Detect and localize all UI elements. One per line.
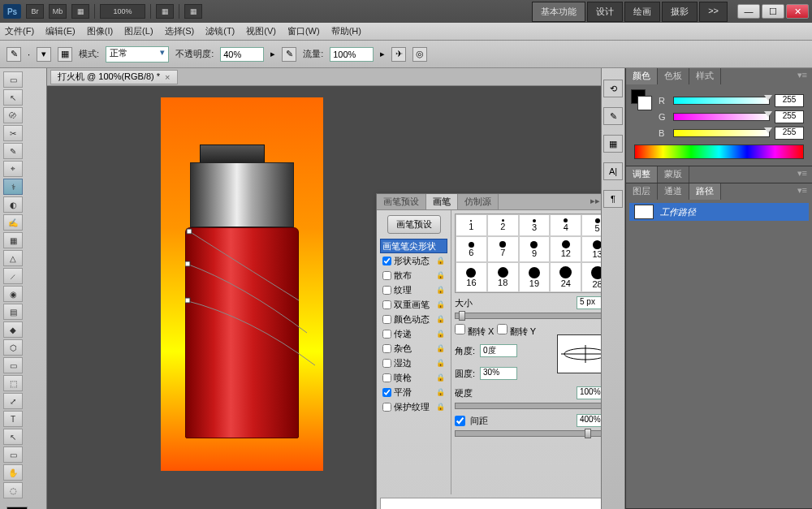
swatches-icon[interactable]: ▦ bbox=[603, 135, 623, 153]
brush-option-7[interactable]: 杂色🔒 bbox=[380, 341, 447, 356]
angle-preview[interactable] bbox=[557, 334, 601, 373]
zoom-level[interactable]: 100% bbox=[100, 4, 145, 19]
tool-4[interactable]: ✎ bbox=[3, 143, 23, 159]
brush-tool-icon[interactable]: ✎ bbox=[6, 47, 21, 62]
tab-clone-source[interactable]: 仿制源 bbox=[458, 194, 499, 209]
blend-mode-select[interactable]: 正常 bbox=[106, 46, 169, 63]
brush-tip[interactable]: 5 bbox=[581, 214, 601, 236]
menu-view[interactable]: 视图(V) bbox=[246, 25, 276, 37]
menu-window[interactable]: 窗口(W) bbox=[287, 25, 320, 37]
flip-x-checkbox[interactable] bbox=[455, 324, 465, 334]
tab-adjustments[interactable]: 调整 bbox=[626, 166, 658, 183]
menu-edit[interactable]: 编辑(E) bbox=[45, 25, 76, 37]
brush-option-9[interactable]: 喷枪🔒 bbox=[380, 370, 447, 385]
tab-paths[interactable]: 路径 bbox=[689, 183, 721, 200]
flip-y-checkbox[interactable] bbox=[497, 324, 508, 334]
brush-icon[interactable]: ✎ bbox=[603, 107, 623, 125]
flow-input[interactable]: 100% bbox=[330, 47, 374, 62]
tool-3[interactable]: ✂ bbox=[3, 125, 23, 141]
brush-tip-grid[interactable]: 1234567912131618192428 bbox=[455, 214, 601, 293]
brush-option-11[interactable]: 保护纹理🔒 bbox=[380, 399, 447, 414]
tool-13[interactable]: ▤ bbox=[3, 304, 23, 320]
tool-19[interactable]: T bbox=[3, 411, 23, 427]
color-spectrum[interactable] bbox=[634, 145, 804, 159]
close-tab-icon[interactable]: × bbox=[165, 72, 170, 82]
tab-styles[interactable]: 样式 bbox=[689, 68, 721, 84]
workspace-tab-photo[interactable]: 摄影 bbox=[662, 2, 698, 22]
brush-option-6[interactable]: 传递🔒 bbox=[380, 326, 447, 341]
brush-preset-button[interactable]: 画笔预设 bbox=[387, 215, 441, 234]
maximize-button[interactable]: ☐ bbox=[762, 4, 784, 19]
brush-tip[interactable]: 9 bbox=[519, 236, 551, 262]
path-item[interactable]: 工作路径 bbox=[629, 203, 809, 221]
panel-menu-icon[interactable]: ▸▸ ▾≡ bbox=[585, 194, 601, 209]
tab-swatches[interactable]: 色板 bbox=[658, 68, 689, 84]
hardness-input[interactable]: 100% bbox=[577, 386, 601, 399]
menu-layer[interactable]: 图层(L) bbox=[124, 25, 153, 37]
airbrush-icon[interactable]: ✈ bbox=[391, 47, 406, 62]
brush-option-5[interactable]: 颜色动态🔒 bbox=[380, 312, 447, 326]
tool-0[interactable]: ▭ bbox=[3, 71, 23, 88]
brush-tip[interactable]: 4 bbox=[550, 214, 581, 236]
tool-18[interactable]: ⤢ bbox=[3, 393, 23, 409]
tool-2[interactable]: 〄 bbox=[3, 107, 23, 123]
view-grid-icon[interactable]: ▦ bbox=[71, 4, 89, 19]
tab-masks[interactable]: 蒙版 bbox=[658, 166, 689, 183]
close-button[interactable]: ✕ bbox=[786, 4, 809, 19]
canvas[interactable]: 画笔预设 画笔 仿制源 ▸▸ ▾≡ 画笔预设 画笔笔尖形状 形状动态🔒 散布🔒 … bbox=[47, 86, 601, 509]
workspace-more[interactable]: >> bbox=[699, 2, 728, 22]
tool-11[interactable]: ⟋ bbox=[3, 268, 23, 284]
brush-tip[interactable]: 24 bbox=[550, 262, 581, 292]
spacing-input[interactable]: 400% bbox=[577, 414, 601, 427]
workspace-tab-essentials[interactable]: 基本功能 bbox=[532, 2, 585, 22]
panel-menu-icon[interactable]: ▾≡ bbox=[793, 68, 812, 84]
brush-tip[interactable]: 19 bbox=[519, 262, 551, 292]
arrange-icon[interactable]: ▦ bbox=[156, 4, 174, 19]
brush-tip[interactable]: 16 bbox=[456, 262, 487, 292]
tablet-size-icon[interactable]: ◎ bbox=[412, 47, 427, 62]
menu-help[interactable]: 帮助(H) bbox=[331, 25, 361, 37]
menu-file[interactable]: 文件(F) bbox=[5, 25, 34, 37]
tool-6[interactable]: ⚕ bbox=[3, 179, 23, 195]
brush-tip[interactable]: 13 bbox=[581, 236, 601, 262]
size-input[interactable]: 5 px bbox=[577, 296, 601, 309]
brush-tip[interactable]: 6 bbox=[456, 236, 487, 262]
tool-10[interactable]: △ bbox=[3, 250, 23, 266]
tab-layers[interactable]: 图层 bbox=[626, 183, 658, 200]
opacity-input[interactable]: 40% bbox=[220, 47, 264, 62]
paragraph-icon[interactable]: ¶ bbox=[603, 190, 623, 208]
brush-tip[interactable]: 3 bbox=[519, 214, 551, 236]
tool-23[interactable]: ◌ bbox=[3, 482, 23, 498]
spacing-slider[interactable] bbox=[455, 430, 601, 437]
roundness-input[interactable]: 30% bbox=[480, 367, 517, 380]
brush-tip[interactable]: 7 bbox=[487, 236, 519, 262]
brush-option-0[interactable]: 画笔笔尖形状 bbox=[380, 239, 447, 253]
history-icon[interactable]: ⟲ bbox=[603, 80, 623, 97]
brush-option-3[interactable]: 纹理🔒 bbox=[380, 283, 447, 297]
document-tab[interactable]: 打火机 @ 100%(RGB/8) * × bbox=[50, 70, 178, 84]
size-slider[interactable] bbox=[455, 313, 601, 319]
screen-mode-icon[interactable]: ▦ bbox=[184, 4, 202, 19]
mb-icon[interactable]: Mb bbox=[49, 4, 67, 19]
tool-7[interactable]: ◐ bbox=[3, 196, 23, 213]
tool-8[interactable]: ✍ bbox=[3, 214, 23, 231]
panel-menu-icon[interactable]: ▾≡ bbox=[793, 166, 812, 183]
tab-brush[interactable]: 画笔 bbox=[426, 194, 458, 209]
brush-tip[interactable]: 2 bbox=[487, 214, 519, 236]
brush-tip[interactable]: 18 bbox=[487, 262, 519, 292]
color-slider-b[interactable]: B255 bbox=[659, 127, 804, 140]
color-slider-g[interactable]: G255 bbox=[659, 110, 804, 123]
tool-9[interactable]: ▦ bbox=[3, 232, 23, 248]
brush-option-10[interactable]: 平滑🔒 bbox=[380, 385, 447, 399]
menu-select[interactable]: 选择(S) bbox=[165, 25, 195, 37]
brush-tip[interactable]: 12 bbox=[550, 236, 581, 262]
tab-channels[interactable]: 通道 bbox=[658, 183, 689, 200]
brush-tip[interactable]: 1 bbox=[456, 214, 487, 236]
tablet-opacity-icon[interactable]: ✎ bbox=[282, 47, 296, 62]
spacing-checkbox[interactable] bbox=[455, 416, 465, 426]
tool-5[interactable]: ⌖ bbox=[3, 161, 23, 177]
brush-option-4[interactable]: 双重画笔🔒 bbox=[380, 297, 447, 312]
hardness-slider[interactable] bbox=[455, 403, 601, 409]
brush-panel-toggle[interactable]: ▦ bbox=[58, 47, 72, 62]
tool-17[interactable]: ⬚ bbox=[3, 375, 23, 391]
